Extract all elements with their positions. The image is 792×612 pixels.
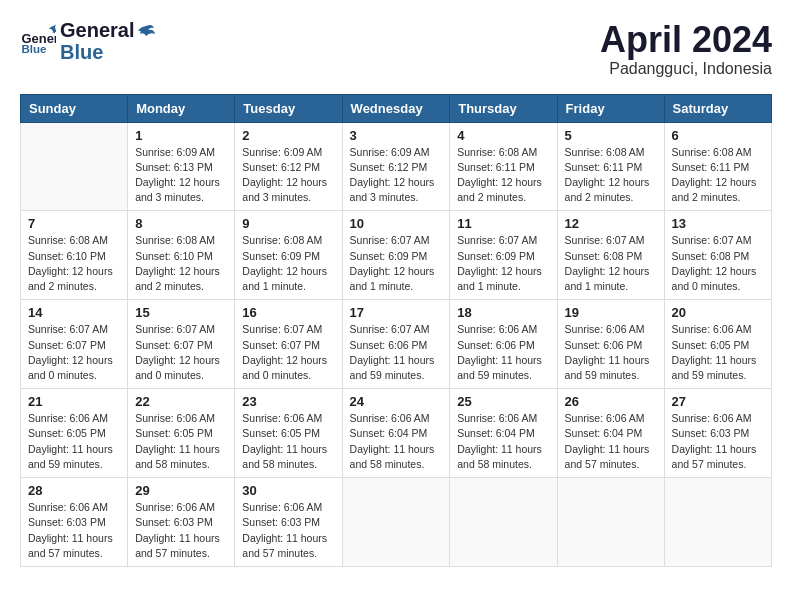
day-info: Sunrise: 6:06 AMSunset: 6:06 PMDaylight:… bbox=[565, 322, 657, 383]
weekday-friday: Friday bbox=[557, 94, 664, 122]
weekday-sunday: Sunday bbox=[21, 94, 128, 122]
calendar-cell: 27Sunrise: 6:06 AMSunset: 6:03 PMDayligh… bbox=[664, 389, 771, 478]
day-info: Sunrise: 6:09 AMSunset: 6:13 PMDaylight:… bbox=[135, 145, 227, 206]
calendar-body: 1Sunrise: 6:09 AMSunset: 6:13 PMDaylight… bbox=[21, 122, 772, 566]
logo-blue-text: Blue bbox=[60, 42, 156, 62]
day-number: 17 bbox=[350, 305, 443, 320]
day-info: Sunrise: 6:06 AMSunset: 6:03 PMDaylight:… bbox=[242, 500, 334, 561]
calendar-cell: 6Sunrise: 6:08 AMSunset: 6:11 PMDaylight… bbox=[664, 122, 771, 211]
weekday-monday: Monday bbox=[128, 94, 235, 122]
calendar-cell: 24Sunrise: 6:06 AMSunset: 6:04 PMDayligh… bbox=[342, 389, 450, 478]
day-number: 21 bbox=[28, 394, 120, 409]
calendar-week-2: 7Sunrise: 6:08 AMSunset: 6:10 PMDaylight… bbox=[21, 211, 772, 300]
day-number: 11 bbox=[457, 216, 549, 231]
logo-general-text: General bbox=[60, 20, 156, 42]
day-info: Sunrise: 6:06 AMSunset: 6:03 PMDaylight:… bbox=[672, 411, 764, 472]
calendar-cell: 15Sunrise: 6:07 AMSunset: 6:07 PMDayligh… bbox=[128, 300, 235, 389]
day-info: Sunrise: 6:07 AMSunset: 6:08 PMDaylight:… bbox=[565, 233, 657, 294]
day-info: Sunrise: 6:07 AMSunset: 6:09 PMDaylight:… bbox=[457, 233, 549, 294]
day-info: Sunrise: 6:06 AMSunset: 6:05 PMDaylight:… bbox=[135, 411, 227, 472]
calendar-cell bbox=[21, 122, 128, 211]
day-number: 30 bbox=[242, 483, 334, 498]
day-number: 9 bbox=[242, 216, 334, 231]
calendar-header-row: SundayMondayTuesdayWednesdayThursdayFrid… bbox=[21, 94, 772, 122]
day-info: Sunrise: 6:07 AMSunset: 6:08 PMDaylight:… bbox=[672, 233, 764, 294]
day-number: 28 bbox=[28, 483, 120, 498]
calendar-cell: 28Sunrise: 6:06 AMSunset: 6:03 PMDayligh… bbox=[21, 478, 128, 567]
day-info: Sunrise: 6:06 AMSunset: 6:06 PMDaylight:… bbox=[457, 322, 549, 383]
day-number: 2 bbox=[242, 128, 334, 143]
calendar-cell: 18Sunrise: 6:06 AMSunset: 6:06 PMDayligh… bbox=[450, 300, 557, 389]
calendar-cell: 2Sunrise: 6:09 AMSunset: 6:12 PMDaylight… bbox=[235, 122, 342, 211]
calendar-week-3: 14Sunrise: 6:07 AMSunset: 6:07 PMDayligh… bbox=[21, 300, 772, 389]
day-info: Sunrise: 6:06 AMSunset: 6:04 PMDaylight:… bbox=[457, 411, 549, 472]
day-info: Sunrise: 6:07 AMSunset: 6:09 PMDaylight:… bbox=[350, 233, 443, 294]
day-number: 12 bbox=[565, 216, 657, 231]
calendar-cell: 26Sunrise: 6:06 AMSunset: 6:04 PMDayligh… bbox=[557, 389, 664, 478]
day-number: 22 bbox=[135, 394, 227, 409]
calendar-cell: 29Sunrise: 6:06 AMSunset: 6:03 PMDayligh… bbox=[128, 478, 235, 567]
day-info: Sunrise: 6:07 AMSunset: 6:07 PMDaylight:… bbox=[135, 322, 227, 383]
day-info: Sunrise: 6:06 AMSunset: 6:04 PMDaylight:… bbox=[350, 411, 443, 472]
logo-icon: General Blue bbox=[20, 23, 56, 59]
day-info: Sunrise: 6:06 AMSunset: 6:03 PMDaylight:… bbox=[28, 500, 120, 561]
title-block: April 2024 Padangguci, Indonesia bbox=[600, 20, 772, 78]
weekday-tuesday: Tuesday bbox=[235, 94, 342, 122]
day-info: Sunrise: 6:08 AMSunset: 6:10 PMDaylight:… bbox=[135, 233, 227, 294]
calendar-week-4: 21Sunrise: 6:06 AMSunset: 6:05 PMDayligh… bbox=[21, 389, 772, 478]
day-info: Sunrise: 6:07 AMSunset: 6:06 PMDaylight:… bbox=[350, 322, 443, 383]
day-number: 14 bbox=[28, 305, 120, 320]
calendar-cell: 25Sunrise: 6:06 AMSunset: 6:04 PMDayligh… bbox=[450, 389, 557, 478]
day-info: Sunrise: 6:06 AMSunset: 6:05 PMDaylight:… bbox=[28, 411, 120, 472]
day-info: Sunrise: 6:06 AMSunset: 6:03 PMDaylight:… bbox=[135, 500, 227, 561]
calendar-cell: 3Sunrise: 6:09 AMSunset: 6:12 PMDaylight… bbox=[342, 122, 450, 211]
day-number: 16 bbox=[242, 305, 334, 320]
calendar-cell: 13Sunrise: 6:07 AMSunset: 6:08 PMDayligh… bbox=[664, 211, 771, 300]
calendar-cell: 11Sunrise: 6:07 AMSunset: 6:09 PMDayligh… bbox=[450, 211, 557, 300]
location-title: Padangguci, Indonesia bbox=[600, 60, 772, 78]
calendar-week-1: 1Sunrise: 6:09 AMSunset: 6:13 PMDaylight… bbox=[21, 122, 772, 211]
calendar-cell: 1Sunrise: 6:09 AMSunset: 6:13 PMDaylight… bbox=[128, 122, 235, 211]
day-number: 23 bbox=[242, 394, 334, 409]
day-info: Sunrise: 6:08 AMSunset: 6:11 PMDaylight:… bbox=[457, 145, 549, 206]
day-info: Sunrise: 6:07 AMSunset: 6:07 PMDaylight:… bbox=[28, 322, 120, 383]
calendar-cell: 12Sunrise: 6:07 AMSunset: 6:08 PMDayligh… bbox=[557, 211, 664, 300]
day-number: 26 bbox=[565, 394, 657, 409]
day-number: 27 bbox=[672, 394, 764, 409]
calendar-cell bbox=[557, 478, 664, 567]
calendar-cell bbox=[450, 478, 557, 567]
calendar-cell: 23Sunrise: 6:06 AMSunset: 6:05 PMDayligh… bbox=[235, 389, 342, 478]
logo-bird-icon bbox=[136, 22, 156, 42]
day-number: 10 bbox=[350, 216, 443, 231]
day-number: 25 bbox=[457, 394, 549, 409]
day-number: 15 bbox=[135, 305, 227, 320]
logo: General Blue General Blue bbox=[20, 20, 156, 62]
day-number: 19 bbox=[565, 305, 657, 320]
calendar-cell: 9Sunrise: 6:08 AMSunset: 6:09 PMDaylight… bbox=[235, 211, 342, 300]
calendar-cell: 22Sunrise: 6:06 AMSunset: 6:05 PMDayligh… bbox=[128, 389, 235, 478]
calendar-cell bbox=[342, 478, 450, 567]
day-number: 24 bbox=[350, 394, 443, 409]
calendar-cell: 14Sunrise: 6:07 AMSunset: 6:07 PMDayligh… bbox=[21, 300, 128, 389]
day-number: 1 bbox=[135, 128, 227, 143]
day-number: 4 bbox=[457, 128, 549, 143]
calendar-cell: 10Sunrise: 6:07 AMSunset: 6:09 PMDayligh… bbox=[342, 211, 450, 300]
calendar-cell: 4Sunrise: 6:08 AMSunset: 6:11 PMDaylight… bbox=[450, 122, 557, 211]
page-header: General Blue General Blue April 2024 Pad… bbox=[20, 20, 772, 78]
day-number: 20 bbox=[672, 305, 764, 320]
calendar-cell: 21Sunrise: 6:06 AMSunset: 6:05 PMDayligh… bbox=[21, 389, 128, 478]
day-number: 8 bbox=[135, 216, 227, 231]
day-number: 3 bbox=[350, 128, 443, 143]
day-info: Sunrise: 6:09 AMSunset: 6:12 PMDaylight:… bbox=[242, 145, 334, 206]
calendar-cell: 16Sunrise: 6:07 AMSunset: 6:07 PMDayligh… bbox=[235, 300, 342, 389]
day-number: 5 bbox=[565, 128, 657, 143]
day-number: 6 bbox=[672, 128, 764, 143]
calendar-cell: 7Sunrise: 6:08 AMSunset: 6:10 PMDaylight… bbox=[21, 211, 128, 300]
day-info: Sunrise: 6:07 AMSunset: 6:07 PMDaylight:… bbox=[242, 322, 334, 383]
calendar-cell bbox=[664, 478, 771, 567]
calendar-cell: 19Sunrise: 6:06 AMSunset: 6:06 PMDayligh… bbox=[557, 300, 664, 389]
svg-text:Blue: Blue bbox=[21, 43, 47, 55]
day-info: Sunrise: 6:08 AMSunset: 6:11 PMDaylight:… bbox=[565, 145, 657, 206]
day-number: 7 bbox=[28, 216, 120, 231]
day-info: Sunrise: 6:08 AMSunset: 6:11 PMDaylight:… bbox=[672, 145, 764, 206]
